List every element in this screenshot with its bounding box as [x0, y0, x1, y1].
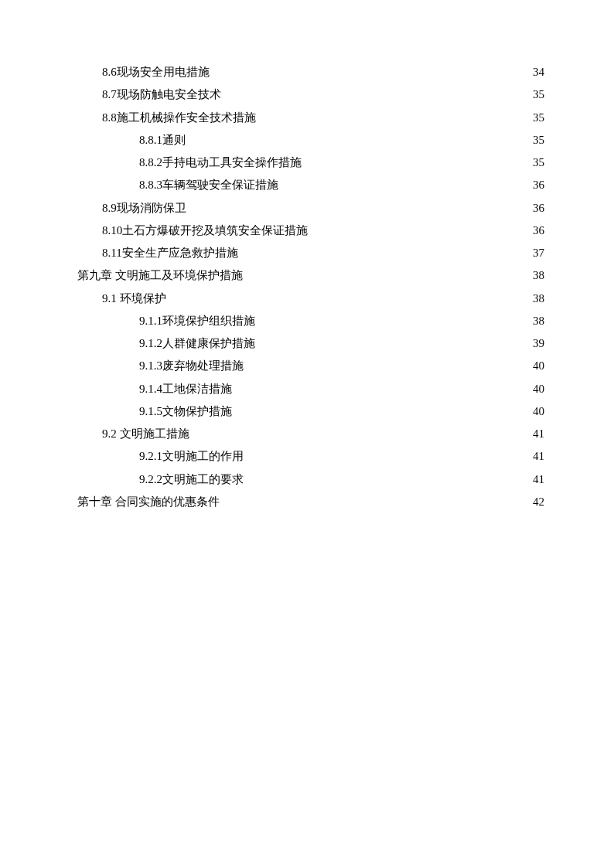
toc-entry: 8.7现场防触电安全技术35: [77, 84, 544, 104]
toc-entry: 8.6现场安全用电措施34: [77, 62, 544, 82]
toc-label: 9.1 环境保护: [102, 288, 166, 308]
toc-label: 9.1.3废弃物处理措施: [139, 356, 244, 376]
toc-label: 8.8施工机械操作安全技术措施: [102, 107, 256, 128]
toc-entry: 9.2.2文明施工的要求41: [77, 469, 544, 489]
toc-page-number: 36: [533, 175, 544, 195]
toc-page-number: 36: [533, 198, 544, 218]
toc-label: 8.6现场安全用电措施: [102, 62, 210, 82]
toc-label: 第十章 合同实施的优惠条件: [77, 492, 220, 512]
toc-label: 9.2 文明施工措施: [102, 424, 189, 444]
toc-entry: 8.8.3车辆驾驶安全保证措施36: [77, 175, 544, 195]
toc-page-number: 35: [533, 152, 544, 172]
toc-entry: 9.1.3废弃物处理措施40: [77, 356, 544, 376]
toc-entry: 第十章 合同实施的优惠条件42: [77, 492, 544, 512]
toc-label: 9.1.1环境保护组织措施: [139, 311, 255, 331]
toc-entry: 9.2.1文明施工的作用41: [77, 446, 544, 466]
toc-label: 9.1.2人群健康保护措施: [139, 333, 255, 353]
toc-page-number: 35: [533, 84, 544, 104]
toc-page-number: 40: [533, 356, 544, 376]
toc-entry: 9.1.2人群健康保护措施39: [77, 333, 544, 353]
toc-label: 8.11安全生产应急救护措施: [102, 243, 238, 263]
toc-page-number: 35: [533, 107, 544, 128]
toc-entry: 8.9现场消防保卫36: [77, 198, 544, 218]
toc-page-number: 40: [533, 379, 544, 399]
toc-page-number: 35: [533, 130, 544, 150]
toc-entry: 8.11安全生产应急救护措施37: [77, 243, 544, 263]
toc-label: 8.9现场消防保卫: [102, 198, 186, 218]
toc-page-number: 38: [533, 265, 544, 285]
toc-label: 9.2.2文明施工的要求: [139, 469, 244, 489]
toc-page-number: 36: [533, 220, 544, 240]
toc-label: 8.8.1通则: [139, 130, 186, 150]
toc-label: 9.2.1文明施工的作用: [139, 446, 244, 466]
toc-page-number: 40: [533, 401, 544, 421]
toc-page-number: 34: [533, 62, 544, 82]
toc-page-number: 41: [533, 446, 544, 466]
toc-label: 8.7现场防触电安全技术: [102, 84, 221, 104]
toc-entry: 8.8施工机械操作安全技术措施35: [77, 107, 544, 128]
table-of-contents: 8.6现场安全用电措施348.7现场防触电安全技术358.8施工机械操作安全技术…: [77, 62, 544, 512]
toc-entry: 8.10土石方爆破开挖及填筑安全保证措施36: [77, 220, 544, 240]
toc-label: 8.8.3车辆驾驶安全保证措施: [139, 175, 278, 195]
toc-page-number: 42: [533, 492, 544, 512]
toc-entry: 8.8.1通则35: [77, 130, 544, 150]
toc-page-number: 38: [533, 311, 544, 331]
toc-label: 9.1.5文物保护措施: [139, 401, 232, 421]
toc-entry: 9.1.5文物保护措施40: [77, 401, 544, 421]
toc-label: 第九章 文明施工及环境保护措施: [77, 265, 243, 285]
toc-entry: 9.1.1环境保护组织措施38: [77, 311, 544, 331]
toc-entry: 9.1.4工地保洁措施40: [77, 379, 544, 399]
toc-page-number: 37: [533, 243, 544, 263]
toc-page-number: 41: [533, 469, 544, 489]
toc-label: 8.8.2手持电动工具安全操作措施: [139, 152, 302, 172]
toc-page-number: 39: [533, 333, 544, 353]
toc-label: 8.10土石方爆破开挖及填筑安全保证措施: [102, 220, 308, 240]
toc-label: 9.1.4工地保洁措施: [139, 379, 232, 399]
toc-page-number: 41: [533, 424, 544, 444]
toc-page-number: 38: [533, 288, 544, 308]
toc-entry: 9.2 文明施工措施41: [77, 424, 544, 444]
toc-entry: 第九章 文明施工及环境保护措施38: [77, 265, 544, 285]
toc-entry: 8.8.2手持电动工具安全操作措施35: [77, 152, 544, 172]
toc-entry: 9.1 环境保护38: [77, 288, 544, 308]
